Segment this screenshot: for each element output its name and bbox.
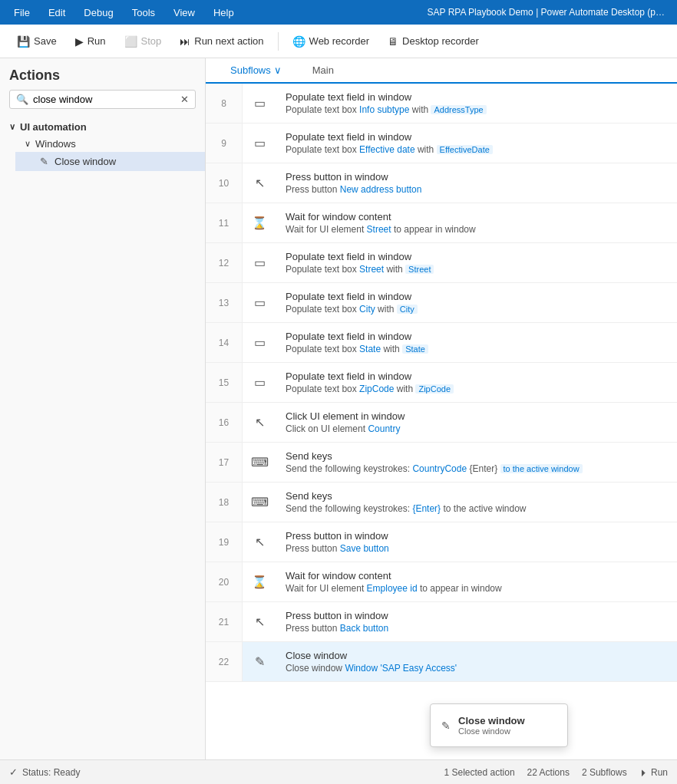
- highlight-tag: AddressType: [431, 105, 486, 114]
- tooltip-content: Close window Close window: [458, 715, 525, 736]
- tab-main[interactable]: Main: [297, 58, 349, 84]
- sidebar-item-close-window[interactable]: ✎ Close window: [15, 152, 205, 171]
- step-content: Close windowClose window Window 'SAP Eas…: [276, 642, 677, 681]
- step-content: Populate text field in windowPopulate te…: [276, 323, 677, 362]
- status-text: Status: Ready: [22, 767, 80, 778]
- menu-file[interactable]: File: [6, 4, 38, 21]
- step-title: Press button in window: [286, 171, 668, 183]
- web-recorder-button[interactable]: 🌐 Web recorder: [285, 31, 378, 51]
- step-title: Send keys: [286, 490, 668, 502]
- step-number: 13: [206, 283, 243, 322]
- step-desc: Populate text box State with State: [286, 344, 668, 354]
- step-row[interactable]: 16↖Click UI element in windowClick on UI…: [206, 403, 677, 443]
- tab-subflows[interactable]: Subflows ∨: [215, 58, 297, 84]
- step-row[interactable]: 21↖Press button in windowPress button Ba…: [206, 602, 677, 642]
- stop-icon: ⬜: [124, 35, 137, 48]
- step-row[interactable]: 9▭Populate text field in windowPopulate …: [206, 124, 677, 163]
- step-row[interactable]: 10↖Press button in windowPress button Ne…: [206, 163, 677, 203]
- step-content: Populate text field in windowPopulate te…: [276, 124, 677, 163]
- step-number: 22: [206, 642, 243, 681]
- highlight: Effective date: [359, 144, 415, 155]
- tree-subgroup-header-windows[interactable]: ∨ Windows: [15, 136, 205, 152]
- step-row[interactable]: 15▭Populate text field in windowPopulate…: [206, 363, 677, 403]
- step-content: Populate text field in windowPopulate te…: [276, 363, 677, 402]
- step-row[interactable]: 17⌨Send keysSend the following keystroke…: [206, 443, 677, 483]
- search-icon: 🔍: [16, 94, 28, 105]
- step-desc: Click on UI element Country: [286, 423, 668, 434]
- step-number: 18: [206, 483, 243, 522]
- highlight: Info subtype: [359, 104, 409, 115]
- step-number: 16: [206, 403, 243, 442]
- highlight-tag: State: [402, 344, 428, 354]
- step-row[interactable]: 20⌛Wait for window contentWait for UI el…: [206, 562, 677, 602]
- step-title: Populate text field in window: [286, 91, 668, 103]
- desktop-recorder-button[interactable]: 🖥 Desktop recorder: [380, 31, 487, 51]
- monitor-icon: ▭: [243, 323, 276, 362]
- highlight-tag: to the active window: [500, 464, 583, 473]
- cursor-icon: ↖: [243, 403, 276, 442]
- hourglass-icon: ⌛: [243, 562, 276, 601]
- menu-edit[interactable]: Edit: [41, 4, 73, 21]
- monitor-icon: ▭: [243, 363, 276, 402]
- step-title: Populate text field in window: [286, 331, 668, 342]
- cursor-icon: ↖: [243, 522, 276, 562]
- highlight: State: [359, 344, 381, 354]
- status-icon: ✓: [9, 766, 18, 778]
- step-number: 17: [206, 443, 243, 482]
- highlight-tag: ZipCode: [415, 384, 454, 394]
- sidebar: Actions 🔍 ✕ ∨ UI automation ∨ Windows ✎ …: [0, 58, 206, 759]
- selected-count: 1 Selected action: [444, 767, 515, 778]
- step-title: Click UI element in window: [286, 410, 668, 422]
- step-content: Send keysSend the following keystrokes: …: [276, 443, 677, 482]
- step-desc: Populate text box City with City: [286, 304, 668, 315]
- save-icon: 💾: [17, 35, 30, 48]
- step-title: Close window: [286, 650, 668, 661]
- step-number: 21: [206, 602, 243, 641]
- statusbar: ✓ Status: Ready 1 Selected action 22 Act…: [0, 759, 677, 784]
- toolbar: 💾 Save ▶ Run ⬜ Stop ⏭ Run next action 🌐 …: [0, 25, 677, 58]
- step-row[interactable]: 8▭Populate text field in windowPopulate …: [206, 84, 677, 124]
- step-content: Press button in windowPress button Back …: [276, 602, 677, 641]
- run-icon: ▶: [75, 35, 84, 48]
- step-desc: Press button Back button: [286, 623, 668, 634]
- step-desc: Press button New address button: [286, 184, 668, 195]
- step-row[interactable]: 19↖Press button in windowPress button Sa…: [206, 522, 677, 562]
- step-row[interactable]: 14▭Populate text field in windowPopulate…: [206, 323, 677, 363]
- menu-help[interactable]: Help: [206, 4, 242, 21]
- run-button[interactable]: ▶ Run: [68, 31, 114, 51]
- step-row[interactable]: 18⌨Send keysSend the following keystroke…: [206, 483, 677, 522]
- tree-group-ui-automation[interactable]: ∨ UI automation: [0, 118, 205, 136]
- tooltip-close-window[interactable]: ✎ Close window Close window: [431, 709, 567, 742]
- tooltip-title: Close window: [458, 715, 525, 726]
- step-row[interactable]: 11⌛Wait for window contentWait for UI el…: [206, 203, 677, 243]
- highlight: Save button: [340, 543, 389, 554]
- keyboard-icon: ⌨: [243, 483, 276, 522]
- step-row[interactable]: 22✎Close windowClose window Window 'SAP …: [206, 642, 677, 682]
- subflows-count: 2 Subflows: [582, 767, 627, 778]
- step-row[interactable]: 12▭Populate text field in windowPopulate…: [206, 243, 677, 283]
- steps-list: 8▭Populate text field in windowPopulate …: [206, 84, 677, 759]
- step-title: Wait for window content: [286, 570, 668, 581]
- search-input[interactable]: [33, 94, 180, 105]
- clear-icon[interactable]: ✕: [180, 94, 189, 105]
- highlight: Street: [359, 264, 384, 275]
- tooltip-overlay: ✎ Close window Close window: [430, 703, 568, 747]
- step-content: Send keysSend the following keystrokes: …: [276, 483, 677, 522]
- menu-debug[interactable]: Debug: [76, 4, 121, 21]
- sidebar-title: Actions: [0, 58, 205, 90]
- menu-tools[interactable]: Tools: [124, 4, 163, 21]
- tree-subgroup-windows: ∨ Windows ✎ Close window: [0, 136, 205, 171]
- step-content: Populate text field in windowPopulate te…: [276, 243, 677, 282]
- step-row[interactable]: 13▭Populate text field in windowPopulate…: [206, 283, 677, 323]
- run-next-button[interactable]: ⏭ Run next action: [172, 31, 271, 51]
- step-title: Wait for window content: [286, 211, 668, 222]
- menu-view[interactable]: View: [166, 4, 203, 21]
- highlight: {Enter}: [412, 503, 441, 514]
- save-button[interactable]: 💾 Save: [9, 31, 64, 51]
- stop-button[interactable]: ⬜ Stop: [117, 31, 170, 51]
- close-window-icon: ✎: [441, 720, 451, 732]
- keyboard-icon: ⌨: [243, 443, 276, 482]
- chevron-down-icon: ∨: [9, 122, 15, 132]
- hourglass-icon: ⌛: [243, 203, 276, 242]
- step-desc: Send the following keystrokes: {Enter} t…: [286, 503, 668, 514]
